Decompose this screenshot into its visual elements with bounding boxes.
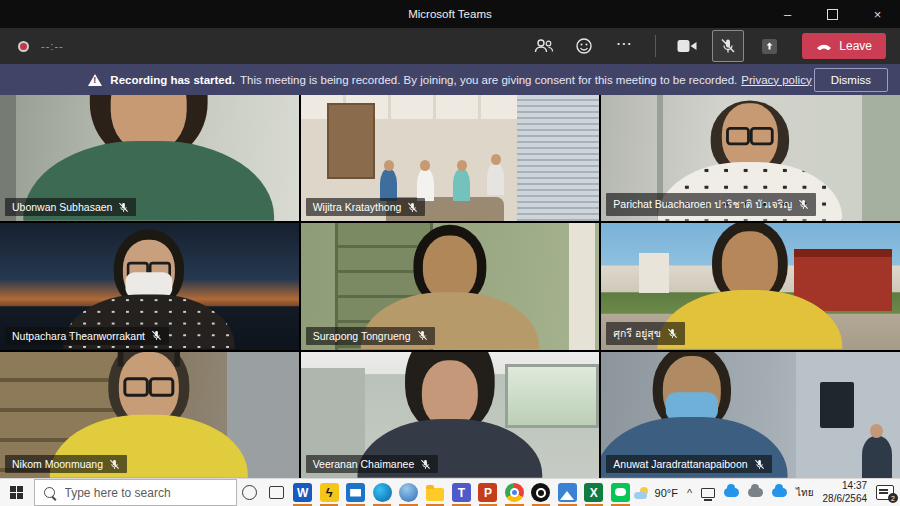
taskbar-app-media[interactable] — [528, 479, 554, 506]
privacy-policy-link[interactable]: Privacy policy — [741, 74, 811, 86]
taskbar-clock[interactable]: 14:37 28/6/2564 — [823, 480, 868, 505]
taskbar-app-word[interactable]: W — [289, 479, 315, 506]
participant-nametag: Parichat Buacharoen ปาริชาติ บัวเจริญ — [606, 193, 816, 216]
people-icon — [534, 38, 554, 54]
teams-icon: T — [452, 483, 471, 502]
participant-name: Ubonwan Subhasaen — [12, 201, 112, 213]
reactions-button[interactable] — [569, 31, 599, 61]
chrome-icon — [505, 483, 524, 502]
video-tile[interactable]: Veeranan Chaimanee — [301, 352, 600, 478]
taskbar-search[interactable] — [34, 479, 237, 506]
media-app-icon — [531, 483, 550, 502]
video-tile[interactable]: Nikom Moonmuang — [0, 352, 299, 478]
search-input[interactable] — [63, 485, 227, 501]
globe-app-icon — [399, 483, 418, 502]
participant-nametag: Ubonwan Subhasaen — [5, 198, 136, 216]
search-icon — [44, 487, 55, 498]
video-tile[interactable]: Wijitra Krataythong — [301, 95, 600, 221]
folder-icon — [426, 488, 444, 501]
taskbar-app-teams[interactable]: T — [448, 479, 474, 506]
participant-name: Nikom Moonmuang — [12, 458, 103, 470]
notification-badge: 2 — [888, 493, 898, 503]
taskbar-app-excel[interactable]: X — [581, 479, 607, 506]
teams-window: Microsoft Teams – × --:-- ⋯ — [0, 0, 900, 506]
onedrive-sync-icon[interactable] — [748, 488, 763, 497]
minimize-button[interactable]: – — [765, 0, 810, 28]
close-button[interactable]: × — [855, 0, 900, 28]
mic-muted-icon — [667, 328, 678, 339]
video-tile[interactable]: Anuwat Jaradrattanapaiboon — [601, 352, 900, 478]
toolbar-controls: ⋯ Leave — [529, 28, 886, 64]
recording-indicator: --:-- — [18, 40, 64, 52]
weather-widget[interactable]: 90°F — [634, 487, 678, 499]
mic-muted-icon — [118, 202, 129, 213]
more-icon: ⋯ — [616, 34, 633, 53]
language-indicator[interactable]: ไทย — [796, 485, 813, 500]
taskbar-app-globe[interactable] — [395, 479, 421, 506]
temperature-label: 90°F — [655, 487, 678, 499]
mic-muted-icon — [754, 459, 765, 470]
video-tile[interactable]: Nutpachara Theanworrakant — [0, 223, 299, 349]
mic-muted-icon — [417, 330, 428, 341]
video-tile[interactable]: Ubonwan Subhasaen — [0, 95, 299, 221]
taskbar-app-flash[interactable]: ϟ — [316, 479, 342, 506]
meeting-timer: --:-- — [41, 40, 64, 52]
start-button[interactable] — [0, 479, 34, 506]
weather-icon — [634, 487, 650, 499]
participants-button[interactable] — [529, 31, 559, 61]
more-options-button[interactable]: ⋯ — [609, 28, 639, 64]
participant-name: Wijitra Krataythong — [313, 201, 402, 213]
taskbar-app-chrome[interactable] — [501, 479, 527, 506]
dismiss-button[interactable]: Dismiss — [814, 68, 888, 92]
line-icon — [611, 483, 630, 502]
video-tile[interactable]: Parichat Buacharoen ปาริชาติ บัวเจริญ — [601, 95, 900, 221]
participant-name: Veeranan Chaimanee — [313, 458, 415, 470]
taskbar-app-edge[interactable] — [369, 479, 395, 506]
mic-muted-icon — [407, 202, 418, 213]
taskbar-app-line[interactable] — [607, 479, 633, 506]
share-button[interactable] — [754, 31, 784, 61]
notification-center-button[interactable]: 2 — [876, 485, 894, 500]
participant-nametag: Anuwat Jaradrattanapaiboon — [606, 455, 771, 473]
maximize-icon — [827, 9, 838, 20]
recording-banner: Recording has started. This meeting is b… — [0, 64, 900, 95]
meeting-toolbar: --:-- ⋯ Leave — [0, 28, 900, 64]
task-view-button[interactable] — [263, 479, 289, 506]
participant-nametag: Nutpachara Theanworrakant — [5, 327, 169, 345]
participant-nametag: Surapong Tongrueng — [306, 327, 435, 345]
camera-button[interactable] — [672, 31, 702, 61]
windows-taskbar: W ϟ T P X 90°F ^ ไทย 14:37 28/6/2564 — [0, 478, 900, 506]
device-icon[interactable] — [701, 488, 715, 498]
taskbar-app-powerpoint[interactable]: P — [475, 479, 501, 506]
participant-nametag: Veeranan Chaimanee — [306, 455, 439, 473]
banner-bold-text: Recording has started. — [110, 74, 235, 86]
recording-dot-icon — [18, 41, 29, 52]
participant-nametag: Nikom Moonmuang — [5, 455, 127, 473]
onedrive-icon[interactable] — [772, 488, 787, 497]
mic-muted-icon — [151, 330, 162, 341]
close-icon: × — [874, 7, 882, 22]
taskbar-file-explorer[interactable] — [422, 479, 448, 506]
microphone-button[interactable] — [712, 30, 744, 62]
cortana-button[interactable] — [237, 479, 263, 506]
taskbar-app-mail[interactable] — [342, 479, 368, 506]
participant-nametag: ศุกรี อยู่สุข — [606, 322, 685, 345]
leave-button[interactable]: Leave — [802, 33, 886, 59]
window-controls: – × — [765, 0, 900, 28]
mail-app-icon — [346, 483, 365, 502]
video-tile[interactable]: ศุกรี อยู่สุข — [601, 223, 900, 349]
tray-expand-button[interactable]: ^ — [687, 487, 692, 499]
participant-name: Parichat Buacharoen ปาริชาติ บัวเจริญ — [613, 196, 792, 213]
scene-backdrop — [517, 95, 599, 221]
lightning-app-icon: ϟ — [320, 483, 339, 502]
video-tile[interactable]: Surapong Tongrueng — [301, 223, 600, 349]
edge-icon — [373, 483, 392, 502]
participant-name: Anuwat Jaradrattanapaiboon — [613, 458, 747, 470]
cortana-icon — [242, 485, 257, 500]
maximize-button[interactable] — [810, 0, 855, 28]
taskbar-app-photos[interactable] — [554, 479, 580, 506]
leave-label: Leave — [839, 39, 872, 53]
word-icon: W — [293, 483, 312, 502]
onedrive-icon[interactable] — [724, 488, 739, 497]
system-tray: 90°F ^ ไทย 14:37 28/6/2564 2 — [634, 479, 900, 506]
